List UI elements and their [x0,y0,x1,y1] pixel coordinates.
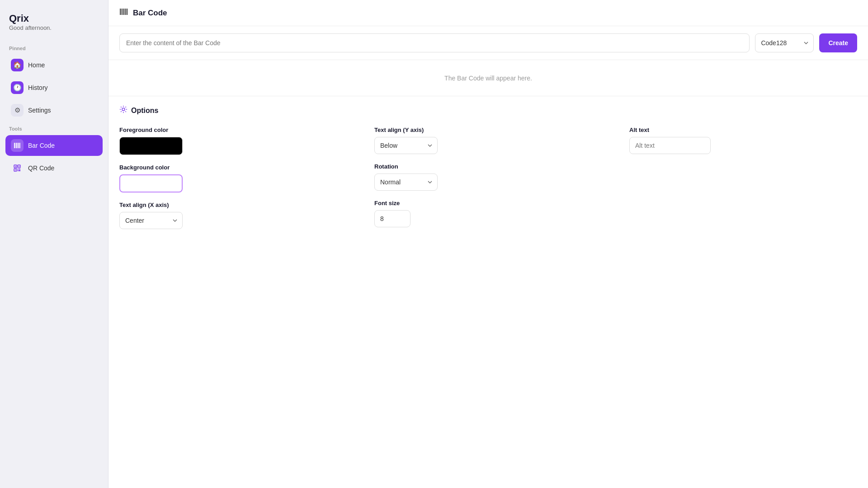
pinned-label: Pinned [5,42,103,53]
gear-icon [119,105,127,116]
alt-text-group: Alt text [629,127,857,154]
svg-rect-2 [16,143,17,148]
background-color-picker[interactable] [119,174,183,192]
format-select[interactable]: Code128 Code39 EAN13 EAN8 UPC [755,33,814,52]
svg-rect-9 [19,166,19,167]
foreground-color-group: Foreground color [119,127,347,155]
svg-rect-17 [122,9,123,15]
text-align-x-select[interactable]: Center Left Right [119,212,183,229]
foreground-color-picker[interactable] [119,137,183,155]
background-color-group: Background color [119,164,347,192]
svg-rect-13 [19,169,20,169]
text-align-y-select[interactable]: Below Above None [374,137,438,154]
svg-rect-16 [120,9,121,15]
svg-point-22 [122,108,125,111]
options-header: Options [119,105,857,116]
font-size-label: Font size [374,200,602,206]
svg-rect-4 [19,143,19,148]
sidebar: Qrix Good afternoon. Pinned 🏠 Home 🕐 His… [0,0,108,488]
svg-rect-5 [20,143,20,148]
svg-rect-3 [18,143,18,148]
svg-rect-12 [18,169,19,169]
background-color-label: Background color [119,164,347,171]
sidebar-item-qrcode[interactable]: QR Code [5,158,103,178]
font-size-group: Font size [374,200,602,227]
svg-rect-21 [127,9,128,15]
font-size-input[interactable] [374,210,410,227]
page-title: Bar Code [133,9,167,18]
svg-rect-11 [15,169,16,170]
main-content: Bar Code Code128 Code39 EAN13 EAN8 UPC C… [108,0,868,488]
sidebar-item-barcode-label: Bar Code [28,142,55,149]
options-column-1: Foreground color Background color Text a… [119,127,347,229]
sidebar-item-barcode[interactable]: Bar Code [5,135,103,156]
rotation-label: Rotation [374,163,602,170]
alt-text-input[interactable] [629,137,711,154]
svg-rect-20 [125,9,127,15]
options-grid: Foreground color Background color Text a… [119,127,857,229]
app-logo: Qrix Good afternoon. [5,9,103,40]
foreground-color-label: Foreground color [119,127,347,133]
svg-rect-18 [123,9,124,15]
options-section: Options Foreground color Background colo… [108,96,868,238]
settings-icon: ⚙ [11,104,24,117]
toolbar: Code128 Code39 EAN13 EAN8 UPC Create [108,26,868,60]
options-column-3: Alt text [629,127,857,229]
create-button[interactable]: Create [819,33,857,52]
svg-rect-14 [18,170,19,171]
sidebar-item-home-label: Home [28,61,45,69]
history-icon: 🕐 [11,81,24,94]
text-align-y-label: Text align (Y axis) [374,127,602,133]
greeting: Good afternoon. [9,24,99,31]
sidebar-item-history-label: History [28,84,48,91]
page-header: Bar Code [108,0,868,26]
svg-rect-1 [15,143,16,148]
sidebar-item-history[interactable]: 🕐 History [5,77,103,98]
text-align-x-label: Text align (X axis) [119,202,347,208]
sidebar-item-home[interactable]: 🏠 Home [5,55,103,75]
barcode-icon [11,139,24,152]
app-name: Qrix [9,13,99,24]
page-header-icon [119,7,128,19]
text-align-x-group: Text align (X axis) Center Left Right [119,202,347,229]
svg-rect-7 [15,166,16,167]
sidebar-item-settings-label: Settings [28,107,51,114]
qrcode-icon [11,162,24,174]
barcode-content-input[interactable] [119,33,750,52]
text-align-y-group: Text align (Y axis) Below Above None [374,127,602,154]
alt-text-label: Alt text [629,127,857,133]
preview-empty-text: The Bar Code will appear here. [444,75,532,82]
options-column-2: Text align (Y axis) Below Above None Rot… [374,127,602,229]
sidebar-item-settings[interactable]: ⚙ Settings [5,100,103,121]
svg-rect-19 [124,9,125,15]
barcode-preview: The Bar Code will appear here. [108,60,868,96]
options-title: Options [131,107,158,115]
rotation-select[interactable]: Normal 90° 180° 270° [374,174,438,191]
sidebar-item-qrcode-label: QR Code [28,164,54,172]
tools-label: Tools [5,122,103,133]
svg-rect-15 [19,170,20,171]
home-icon: 🏠 [11,59,24,71]
svg-rect-0 [14,143,15,148]
rotation-group: Rotation Normal 90° 180° 270° [374,163,602,191]
